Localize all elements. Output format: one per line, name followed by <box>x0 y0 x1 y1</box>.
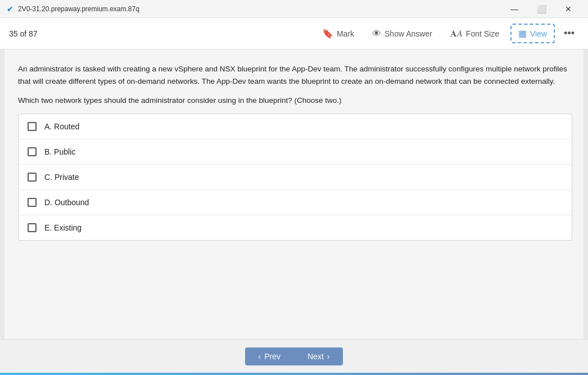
minimize-button[interactable]: — <box>501 0 527 18</box>
option-checkbox-a[interactable] <box>28 122 37 131</box>
right-strip <box>584 49 588 339</box>
title-bar: ✔ 2V0-31.20.prepaway.premium.exam.87q — … <box>0 0 588 18</box>
main-area: An administrator is tasked with creating… <box>0 49 588 339</box>
option-row[interactable]: A. Routed <box>19 114 572 139</box>
prev-label: Prev <box>264 352 281 361</box>
next-button[interactable]: Next › <box>294 347 343 365</box>
font-icon: 𝐀𝐴 <box>450 29 463 39</box>
app-icon: ✔ <box>7 4 13 13</box>
maximize-button[interactable]: ⬜ <box>528 0 554 18</box>
title-bar-left: ✔ 2V0-31.20.prepaway.premium.exam.87q <box>7 4 139 13</box>
option-label-b: B. Public <box>44 147 75 156</box>
bottom-accent <box>0 373 588 375</box>
show-answer-label: Show Answer <box>385 29 432 38</box>
toolbar: 35 of 87 🔖 Mark 👁 Show Answer 𝐀𝐴 Font Si… <box>0 18 588 49</box>
option-label-c: C. Private <box>44 173 79 182</box>
show-answer-button[interactable]: 👁 Show Answer <box>365 25 439 42</box>
window-controls: — ⬜ ✕ <box>501 0 581 18</box>
mark-button[interactable]: 🔖 Mark <box>315 25 361 42</box>
window-title: 2V0-31.20.prepaway.premium.exam.87q <box>18 5 139 13</box>
question-instruction: Which two network types should the admin… <box>18 96 572 105</box>
option-label-e: E. Existing <box>44 223 82 232</box>
close-button[interactable]: ✕ <box>555 0 581 18</box>
option-row[interactable]: B. Public <box>19 139 572 165</box>
option-row[interactable]: E. Existing <box>19 215 572 240</box>
option-checkbox-e[interactable] <box>28 223 37 232</box>
prev-button[interactable]: ‹ Prev <box>245 347 294 365</box>
option-row[interactable]: C. Private <box>19 165 572 190</box>
view-button[interactable]: ▦ View <box>510 24 555 43</box>
option-label-a: A. Routed <box>44 122 79 131</box>
option-checkbox-d[interactable] <box>28 198 37 207</box>
next-label: Next <box>307 352 324 361</box>
font-size-label: Font Size <box>466 29 499 38</box>
eye-icon: 👁 <box>372 29 381 39</box>
options-container: A. RoutedB. PublicC. PrivateD. OutboundE… <box>18 114 572 241</box>
left-strip <box>0 49 4 339</box>
more-icon: ••• <box>564 28 575 39</box>
font-size-button[interactable]: 𝐀𝐴 Font Size <box>444 25 506 42</box>
next-icon: › <box>327 352 330 361</box>
content-area: An administrator is tasked with creating… <box>4 49 584 339</box>
option-checkbox-c[interactable] <box>28 173 37 182</box>
question-counter: 35 of 87 <box>9 29 38 38</box>
view-icon: ▦ <box>518 28 527 39</box>
option-checkbox-b[interactable] <box>28 147 37 156</box>
bookmark-icon: 🔖 <box>322 28 333 39</box>
view-label: View <box>530 29 547 38</box>
option-row[interactable]: D. Outbound <box>19 190 572 215</box>
more-button[interactable]: ••• <box>559 24 579 43</box>
option-label-d: D. Outbound <box>44 198 89 207</box>
question-body: An administrator is tasked with creating… <box>18 63 572 87</box>
mark-label: Mark <box>337 29 354 38</box>
prev-icon: ‹ <box>259 352 261 361</box>
footer: ‹ Prev Next › <box>0 339 588 373</box>
